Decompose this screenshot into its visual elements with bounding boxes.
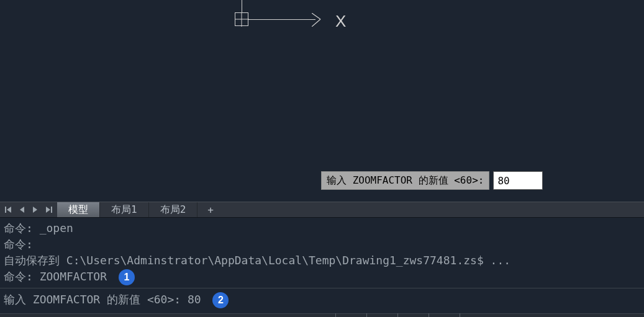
status-bar-strip bbox=[0, 313, 644, 317]
svg-marker-6 bbox=[46, 207, 50, 213]
svg-marker-5 bbox=[33, 207, 37, 213]
tab-nav-controls bbox=[0, 202, 57, 217]
nav-next-icon[interactable] bbox=[29, 202, 42, 217]
tooltip-prompt: 输入 ZOOMFACTOR 的新值 <60>: bbox=[321, 171, 489, 190]
cmd-line-3: 自动保存到 C:\Users\Adminstrator\AppData\Loca… bbox=[4, 252, 640, 269]
axis-x-label: X bbox=[335, 12, 346, 31]
tab-layout2[interactable]: 布局2 bbox=[149, 202, 198, 217]
svg-rect-2 bbox=[5, 207, 6, 213]
command-history: 命令: _open 命令: 自动保存到 C:\Users\Adminstrato… bbox=[0, 218, 644, 285]
svg-rect-7 bbox=[51, 207, 52, 213]
nav-first-icon[interactable] bbox=[1, 202, 15, 217]
drawing-canvas[interactable]: X 输入 ZOOMFACTOR 的新值 <60>: bbox=[0, 0, 644, 202]
dynamic-input-tooltip: 输入 ZOOMFACTOR 的新值 <60>: bbox=[321, 171, 543, 190]
cmd-line-1: 命令: _open bbox=[4, 220, 640, 236]
layout-tab-bar: 模型 布局1 布局2 + bbox=[0, 202, 644, 218]
command-input-area[interactable]: 输入 ZOOMFACTOR 的新值 <60>: 80 2 bbox=[0, 288, 644, 313]
tab-model[interactable]: 模型 bbox=[57, 202, 100, 217]
nav-prev-icon[interactable] bbox=[15, 202, 29, 217]
tab-add-button[interactable]: + bbox=[197, 202, 224, 217]
annotation-badge-1: 1 bbox=[119, 269, 135, 285]
cmd-line-4-text: 命令: ZOOMFACTOR bbox=[4, 270, 107, 283]
nav-last-icon[interactable] bbox=[42, 202, 56, 217]
svg-marker-4 bbox=[20, 207, 24, 213]
tab-layout1[interactable]: 布局1 bbox=[100, 202, 149, 217]
command-input-line: 输入 ZOOMFACTOR 的新值 <60>: 80 2 bbox=[4, 292, 640, 308]
annotation-badge-2: 2 bbox=[212, 292, 229, 308]
svg-marker-3 bbox=[7, 207, 11, 213]
svg-line-1 bbox=[312, 19, 320, 27]
svg-line-0 bbox=[312, 13, 320, 19]
cmd-line-2: 命令: bbox=[4, 236, 640, 252]
tooltip-value-input[interactable] bbox=[493, 171, 543, 190]
cmd-line-4: 命令: ZOOMFACTOR 1 bbox=[4, 269, 640, 285]
command-input-text: 输入 ZOOMFACTOR 的新值 <60>: 80 bbox=[4, 293, 201, 306]
